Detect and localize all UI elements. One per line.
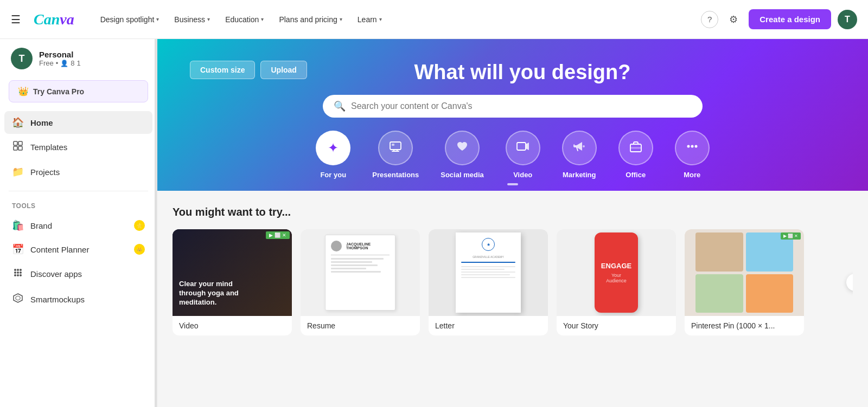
more-label: More	[684, 171, 700, 179]
sidebar-divider	[9, 191, 148, 191]
sidebar-item-home-label: Home	[30, 118, 53, 127]
nav-design-spotlight[interactable]: Design spotlight ▾	[94, 11, 166, 28]
sidebar-item-smartmockups[interactable]: Smartmockups	[4, 287, 152, 312]
svg-point-23	[694, 145, 697, 148]
letter-mock: ★ GRANDVILLE ACADEMY	[456, 232, 521, 313]
sidebar-plan: Free • 👤 8 1	[39, 59, 81, 67]
hamburger-menu[interactable]: ☰	[11, 13, 21, 26]
svg-rect-0	[14, 141, 17, 145]
sidebar-scrollbar[interactable]	[155, 39, 157, 407]
video-label: Video	[513, 171, 532, 179]
category-social-media[interactable]: Social media	[441, 131, 483, 179]
nav-plans[interactable]: Plans and pricing ▾	[272, 11, 348, 28]
video-circle	[506, 131, 540, 165]
pinterest-suggestion-card[interactable]: ▶⬜✕ Pinterest Pin (1000 × 1...	[685, 229, 804, 335]
resume-mock: JACQUELINE THOMPSON	[325, 235, 395, 311]
sidebar-item-projects-label: Projects	[30, 167, 60, 177]
sidebar-item-discover-apps[interactable]: Discover apps	[4, 262, 152, 286]
nav-learn[interactable]: Learn ▾	[351, 11, 388, 28]
pinterest-thumbnail: ▶⬜✕	[685, 229, 804, 316]
upload-button[interactable]: Upload	[260, 61, 307, 79]
svg-point-7	[14, 272, 16, 274]
sidebar: T Personal Free • 👤 8 1 👑 Try Canva Pro …	[0, 39, 157, 407]
story-phone-mock: ENGAGE Your Audience	[595, 232, 638, 313]
hero-banner: Custom size Upload What will you design?…	[157, 39, 868, 191]
sidebar-item-brand-label: Brand	[30, 221, 52, 230]
category-for-you[interactable]: ✦ For you	[316, 131, 350, 179]
hero-search-container: 🔍	[323, 95, 703, 118]
resume-suggestion-card[interactable]: JACQUELINE THOMPSON Resume	[301, 229, 420, 335]
svg-marker-14	[16, 296, 20, 300]
sidebar-item-templates-label: Templates	[30, 143, 67, 152]
sidebar-item-content-planner[interactable]: 📅 Content Planner 👑	[4, 238, 152, 261]
category-office[interactable]: Office	[618, 131, 653, 179]
custom-size-button[interactable]: Custom size	[190, 61, 255, 79]
chevron-down-icon: ▾	[379, 16, 382, 22]
pinterest-card-label: Pinterest Pin (1000 × 1...	[685, 316, 804, 335]
category-presentations[interactable]: Presentations	[372, 131, 419, 179]
megaphone-icon	[572, 139, 587, 157]
canva-logo[interactable]: Canva	[34, 11, 74, 28]
svg-rect-2	[14, 146, 17, 150]
letter-thumbnail: ★ GRANDVILLE ACADEMY	[429, 229, 548, 316]
chevron-down-icon: ▾	[261, 16, 264, 22]
story-suggestion-card[interactable]: ENGAGE Your Audience Your Story	[557, 229, 676, 335]
category-more[interactable]: More	[675, 131, 710, 179]
story-card-label: Your Story	[557, 316, 676, 335]
try-canva-pro-button[interactable]: 👑 Try Canva Pro	[9, 80, 148, 102]
sidebar-tools: 🛍️ Brand ⭐ 📅 Content Planner 👑 Discover …	[0, 212, 157, 315]
more-circle	[675, 131, 710, 165]
cards-next-button[interactable]: ›	[846, 274, 853, 291]
office-circle	[618, 131, 653, 165]
marketing-circle	[562, 131, 597, 165]
svg-rect-3	[18, 146, 22, 150]
nav-business[interactable]: Business ▾	[168, 11, 216, 28]
for-you-label: For you	[320, 171, 346, 179]
svg-rect-17	[517, 143, 526, 150]
letter-logo: ★	[482, 238, 495, 251]
suggestions-cards-row: ▶⬜✕ Clear your mind through yoga and med…	[173, 229, 853, 335]
presentations-circle	[378, 131, 413, 165]
presentations-icon	[388, 139, 403, 157]
sidebar-avatar: T	[11, 48, 33, 69]
suggestions-title: You might want to try...	[173, 206, 853, 218]
pinterest-toolbar: ▶⬜✕	[781, 232, 801, 240]
brand-icon: 🛍️	[12, 219, 24, 231]
svg-point-9	[20, 272, 22, 274]
sidebar-user-info: Personal Free • 👤 8 1	[39, 50, 81, 67]
video-icon	[515, 139, 531, 157]
help-button[interactable]: ?	[701, 11, 718, 28]
sidebar-item-home[interactable]: 🏠 Home	[4, 111, 152, 134]
svg-marker-13	[14, 294, 22, 302]
user-avatar[interactable]: T	[838, 10, 857, 29]
chevron-down-icon: ▾	[156, 16, 159, 22]
resume-card-label: Resume	[301, 316, 420, 335]
settings-button[interactable]: ⚙	[725, 11, 742, 28]
search-input[interactable]	[351, 101, 692, 111]
more-icon	[685, 139, 700, 157]
top-navigation: ☰ Canva Design spotlight ▾ Business ▾ Ed…	[0, 0, 868, 39]
sidebar-item-smartmockups-label: Smartmockups	[30, 295, 85, 304]
nav-links: Design spotlight ▾ Business ▾ Education …	[94, 11, 688, 28]
video-toolbar: ▶⬜✕	[266, 231, 290, 239]
svg-rect-1	[18, 141, 22, 145]
sidebar-item-projects[interactable]: 📁 Projects	[4, 160, 152, 183]
letter-suggestion-card[interactable]: ★ GRANDVILLE ACADEMY Letter	[429, 229, 548, 335]
hero-tab-indicator	[190, 179, 835, 190]
svg-point-4	[14, 269, 16, 271]
category-marketing[interactable]: Marketing	[562, 131, 597, 179]
video-card-label: Video	[173, 316, 292, 335]
crown-icon: 👑	[18, 86, 29, 96]
video-suggestion-card[interactable]: ▶⬜✕ Clear your mind through yoga and med…	[173, 229, 292, 335]
nav-education[interactable]: Education ▾	[219, 11, 270, 28]
sidebar-item-brand[interactable]: 🛍️ Brand ⭐	[4, 214, 152, 237]
create-design-button[interactable]: Create a design	[749, 9, 831, 29]
category-video[interactable]: Video	[506, 131, 540, 179]
story-thumbnail: ENGAGE Your Audience	[557, 229, 676, 316]
hero-action-buttons: Custom size Upload	[190, 61, 307, 79]
sidebar-item-templates[interactable]: Templates	[4, 135, 152, 159]
svg-point-21	[687, 145, 690, 148]
search-icon: 🔍	[334, 100, 346, 112]
briefcase-icon	[628, 139, 643, 157]
nav-right-controls: ? ⚙ Create a design T	[701, 9, 857, 29]
